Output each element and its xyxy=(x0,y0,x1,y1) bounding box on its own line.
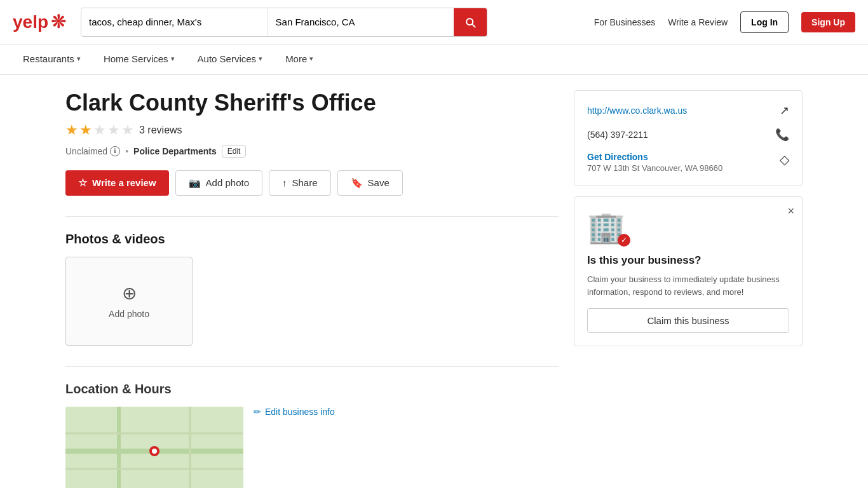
sidebar: http://www.co.clark.wa.us ↗ (564) 397-22… xyxy=(574,90,803,488)
website-row: http://www.co.clark.wa.us ↗ xyxy=(587,104,789,118)
nav-item-home-services[interactable]: Home Services ▾ xyxy=(93,44,185,74)
nav-auto-services-chevron: ▾ xyxy=(259,55,262,63)
header-links: For Businesses Write a Review Log In Sig… xyxy=(594,11,855,33)
add-photo-label: Add photo xyxy=(206,177,249,188)
business-info-card: http://www.co.clark.wa.us ↗ (564) 397-22… xyxy=(574,90,803,186)
nav-restaurants-chevron: ▾ xyxy=(77,55,81,63)
info-icon[interactable]: ℹ xyxy=(110,146,120,156)
separator-dot: • xyxy=(125,146,128,156)
directions-icon: ◇ xyxy=(780,152,789,167)
directions-info: Get Directions 707 W 13th St Vancouver, … xyxy=(587,152,722,173)
check-badge-icon: ✓ xyxy=(618,234,630,247)
claim-card-title: Is this your business? xyxy=(587,254,789,267)
edit-info-label: Edit business info xyxy=(265,407,335,417)
save-button[interactable]: 🔖 Save xyxy=(337,170,403,196)
star-3: ★ xyxy=(93,122,106,139)
star-1: ★ xyxy=(65,122,78,139)
unclaimed-label: Unclaimed xyxy=(65,146,107,156)
nav-more-chevron: ▾ xyxy=(309,55,313,63)
write-review-button[interactable]: ☆ Write a review xyxy=(65,170,169,196)
action-buttons: ☆ Write a review 📷 Add photo ↑ Share 🔖 S… xyxy=(65,170,559,196)
external-link-icon: ↗ xyxy=(780,104,789,118)
nav-item-restaurants[interactable]: Restaurants ▾ xyxy=(13,44,91,74)
edit-info-area: ✏ Edit business info xyxy=(254,407,335,417)
nav-item-more[interactable]: More ▾ xyxy=(275,44,323,74)
search-icon xyxy=(464,16,477,29)
phone-icon: 📞 xyxy=(775,128,789,142)
get-directions-link[interactable]: Get Directions xyxy=(587,152,648,162)
share-button[interactable]: ↑ Share xyxy=(269,170,331,196)
review-count: 3 reviews xyxy=(139,125,182,136)
business-content: Clark County Sheriff's Office ★ ★ ★ ★ ★ … xyxy=(65,90,559,488)
yelp-logo[interactable]: yelp ❊ xyxy=(13,11,65,32)
edit-category-button[interactable]: Edit xyxy=(222,145,247,158)
star-5: ★ xyxy=(121,122,134,139)
claim-icon-wrapper: 🏢 ✓ xyxy=(587,210,625,245)
add-photo-box-label: Add photo xyxy=(109,309,149,319)
nav-item-auto-services[interactable]: Auto Services ▾ xyxy=(187,44,273,74)
svg-point-7 xyxy=(152,449,157,454)
add-photo-box[interactable]: ⊕ Add photo xyxy=(65,257,193,346)
nav-auto-services-label: Auto Services xyxy=(198,53,257,64)
business-address: 707 W 13th St Vancouver, WA 98660 xyxy=(587,163,722,173)
location-section: Location & Hours xyxy=(65,382,559,488)
login-button[interactable]: Log In xyxy=(740,11,789,33)
phone-row: (564) 397-2211 📞 xyxy=(587,128,789,142)
photos-grid: ⊕ Add photo xyxy=(65,257,559,346)
nav-bar: Restaurants ▾ Home Services ▾ Auto Servi… xyxy=(0,44,868,75)
search-where-input[interactable] xyxy=(268,8,454,36)
write-review-label: Write a review xyxy=(92,177,156,188)
write-review-star-icon: ☆ xyxy=(78,177,87,189)
search-what-input[interactable] xyxy=(81,8,268,36)
location-section-title: Location & Hours xyxy=(65,382,559,396)
share-label: Share xyxy=(292,177,318,188)
search-button[interactable] xyxy=(454,8,487,36)
edit-pencil-icon: ✏ xyxy=(254,407,261,417)
map-svg xyxy=(65,407,243,488)
star-rating: ★ ★ ★ ★ ★ xyxy=(65,122,134,139)
logo-text: yelp xyxy=(13,12,48,32)
ratings-row: ★ ★ ★ ★ ★ 3 reviews xyxy=(65,122,559,139)
business-title: Clark County Sheriff's Office xyxy=(65,90,559,116)
add-photo-icon: ⊕ xyxy=(122,283,137,304)
camera-icon: 📷 xyxy=(189,177,201,189)
photos-section-title: Photos & videos xyxy=(65,232,559,247)
nav-more-label: More xyxy=(285,53,307,64)
directions-row: Get Directions 707 W 13th St Vancouver, … xyxy=(587,152,789,173)
phone-number: (564) 397-2211 xyxy=(587,130,648,140)
add-photo-button[interactable]: 📷 Add photo xyxy=(175,170,262,196)
nav-home-services-chevron: ▾ xyxy=(171,55,175,63)
edit-business-info-link[interactable]: ✏ Edit business info xyxy=(254,407,335,417)
share-icon: ↑ xyxy=(282,177,287,188)
website-link[interactable]: http://www.co.clark.wa.us xyxy=(587,105,687,116)
star-4: ★ xyxy=(107,122,120,139)
search-bar xyxy=(81,8,487,37)
divider-2 xyxy=(65,366,559,367)
category-link[interactable]: Police Departments xyxy=(133,146,217,156)
divider-1 xyxy=(65,216,559,217)
write-review-link[interactable]: Write a Review xyxy=(668,17,728,27)
for-businesses-link[interactable]: For Businesses xyxy=(594,17,655,27)
unclaimed-badge: Unclaimed ℹ xyxy=(65,146,120,156)
claim-card-close-button[interactable]: × xyxy=(787,205,794,218)
signup-button[interactable]: Sign Up xyxy=(801,12,855,32)
map-placeholder-content xyxy=(65,407,243,488)
claim-card-description: Claim your business to immediately updat… xyxy=(587,273,789,298)
map-image xyxy=(65,407,243,488)
claim-business-card: × 🏢 ✓ Is this your business? Claim your … xyxy=(574,196,803,346)
photos-section: Photos & videos ⊕ Add photo xyxy=(65,232,559,346)
bookmark-icon: 🔖 xyxy=(351,177,363,189)
badges-row: Unclaimed ℹ • Police Departments Edit xyxy=(65,145,559,158)
save-label: Save xyxy=(368,177,390,188)
main-content: Clark County Sheriff's Office ★ ★ ★ ★ ★ … xyxy=(53,75,815,488)
star-2: ★ xyxy=(79,122,92,139)
logo-burst-icon: ❊ xyxy=(51,11,65,32)
header: yelp ❊ For Businesses Write a Review Log… xyxy=(0,0,868,75)
claim-business-button[interactable]: Claim this business xyxy=(587,308,789,333)
nav-restaurants-label: Restaurants xyxy=(23,53,74,64)
claim-icon-area: 🏢 ✓ xyxy=(587,210,789,245)
nav-home-services-label: Home Services xyxy=(104,53,168,64)
